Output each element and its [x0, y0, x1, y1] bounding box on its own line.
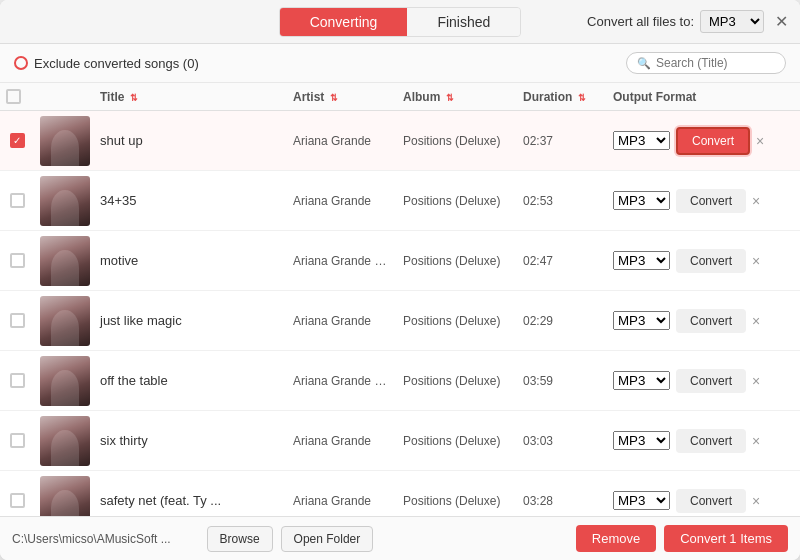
- row-album: Positions (Deluxe): [397, 374, 517, 388]
- row-format-select[interactable]: MP3AACFLACWAVM4A: [613, 371, 670, 390]
- header-duration-col[interactable]: Duration ⇅: [517, 90, 607, 104]
- row-check-col: [0, 133, 34, 148]
- header-album-col[interactable]: Album ⇅: [397, 90, 517, 104]
- row-delete-button[interactable]: ×: [752, 314, 760, 328]
- row-delete-button[interactable]: ×: [756, 134, 764, 148]
- row-delete-button[interactable]: ×: [752, 254, 760, 268]
- row-convert-button[interactable]: Convert: [676, 249, 746, 273]
- header-artist-col[interactable]: Artist ⇅: [287, 90, 397, 104]
- header-artist-label: Artist: [293, 90, 324, 104]
- row-convert-button[interactable]: Convert: [676, 309, 746, 333]
- search-input[interactable]: [656, 56, 776, 70]
- row-action-area: MP3AACFLACWAVM4AConvert×: [607, 489, 800, 513]
- row-artist: Ariana Grande: [287, 434, 397, 448]
- header-title-col[interactable]: Title ⇅: [94, 90, 287, 104]
- row-format-select[interactable]: MP3AACFLACWAVM4A: [613, 431, 670, 450]
- row-convert-button[interactable]: Convert: [676, 127, 750, 155]
- header-checkbox[interactable]: [6, 89, 21, 104]
- header-output-format-col: Output Format: [607, 90, 800, 104]
- exclude-circle-icon: [14, 56, 28, 70]
- row-checkbox[interactable]: [10, 193, 25, 208]
- table-row: just like magicAriana GrandePositions (D…: [0, 291, 800, 351]
- convert-all-label: Convert all files to:: [587, 14, 694, 29]
- row-title: six thirty: [94, 433, 287, 448]
- row-album: Positions (Deluxe): [397, 434, 517, 448]
- header-duration-label: Duration: [523, 90, 572, 104]
- row-delete-button[interactable]: ×: [752, 434, 760, 448]
- row-thumb: [34, 476, 94, 517]
- row-album: Positions (Deluxe): [397, 494, 517, 508]
- open-folder-button[interactable]: Open Folder: [281, 526, 374, 552]
- row-checkbox[interactable]: [10, 253, 25, 268]
- row-format-select[interactable]: MP3AACFLACWAVM4A: [613, 251, 670, 270]
- row-duration: 03:28: [517, 494, 607, 508]
- table-header: Title ⇅ Artist ⇅ Album ⇅ Duration ⇅ Outp…: [0, 83, 800, 111]
- row-format-select[interactable]: MP3AACFLACWAVM4A: [613, 191, 670, 210]
- row-thumb: [34, 236, 94, 286]
- row-convert-button[interactable]: Convert: [676, 429, 746, 453]
- row-checkbox[interactable]: [10, 133, 25, 148]
- row-delete-button[interactable]: ×: [752, 374, 760, 388]
- row-artist: Ariana Grande: [287, 494, 397, 508]
- row-duration: 02:37: [517, 134, 607, 148]
- row-title: off the table: [94, 373, 287, 388]
- toolbar: Exclude converted songs (0) 🔍: [0, 44, 800, 83]
- tab-group: Converting Finished: [279, 7, 522, 37]
- row-checkbox[interactable]: [10, 433, 25, 448]
- row-thumb: [34, 296, 94, 346]
- row-convert-button[interactable]: Convert: [676, 189, 746, 213]
- row-thumb: [34, 116, 94, 166]
- row-artist: Ariana Grande & ...: [287, 374, 397, 388]
- tab-finished[interactable]: Finished: [407, 8, 520, 36]
- row-convert-button[interactable]: Convert: [676, 489, 746, 513]
- row-title: just like magic: [94, 313, 287, 328]
- exclude-area: Exclude converted songs (0): [14, 56, 199, 71]
- table-row: shut upAriana GrandePositions (Deluxe)02…: [0, 111, 800, 171]
- row-check-col: [0, 493, 34, 508]
- row-duration: 03:03: [517, 434, 607, 448]
- row-thumb: [34, 356, 94, 406]
- row-duration: 02:47: [517, 254, 607, 268]
- search-box[interactable]: 🔍: [626, 52, 786, 74]
- row-title: motive: [94, 253, 287, 268]
- row-duration: 02:53: [517, 194, 607, 208]
- row-album: Positions (Deluxe): [397, 194, 517, 208]
- row-check-col: [0, 433, 34, 448]
- row-format-select[interactable]: MP3AACFLACWAVM4A: [613, 491, 670, 510]
- bottom-bar: C:\Users\micso\AMusicSoft ... Browse Ope…: [0, 516, 800, 560]
- tab-converting[interactable]: Converting: [280, 8, 408, 36]
- convert-all-area: Convert all files to: MP3 AAC FLAC WAV: [587, 10, 764, 33]
- title-bar: Converting Finished Convert all files to…: [0, 0, 800, 44]
- table-body: shut upAriana GrandePositions (Deluxe)02…: [0, 111, 800, 516]
- row-album: Positions (Deluxe): [397, 134, 517, 148]
- convert-items-button[interactable]: Convert 1 Items: [664, 525, 788, 552]
- browse-button[interactable]: Browse: [207, 526, 273, 552]
- row-action-area: MP3AACFLACWAVM4AConvert×: [607, 309, 800, 333]
- row-checkbox[interactable]: [10, 493, 25, 508]
- row-check-col: [0, 193, 34, 208]
- row-artist: Ariana Grande: [287, 194, 397, 208]
- close-button[interactable]: ✕: [775, 14, 788, 30]
- row-format-select[interactable]: MP3AACFLACWAVM4A: [613, 131, 670, 150]
- row-checkbox[interactable]: [10, 373, 25, 388]
- row-title: 34+35: [94, 193, 287, 208]
- header-output-format-label: Output Format: [613, 90, 696, 104]
- row-thumb: [34, 416, 94, 466]
- remove-button[interactable]: Remove: [576, 525, 656, 552]
- album-sort-icon: ⇅: [446, 93, 454, 103]
- row-artist: Ariana Grande: [287, 314, 397, 328]
- row-delete-button[interactable]: ×: [752, 194, 760, 208]
- duration-sort-icon: ⇅: [578, 93, 586, 103]
- row-delete-button[interactable]: ×: [752, 494, 760, 508]
- row-album: Positions (Deluxe): [397, 254, 517, 268]
- convert-all-format-select[interactable]: MP3 AAC FLAC WAV: [700, 10, 764, 33]
- table-row: 34+35Ariana GrandePositions (Deluxe)02:5…: [0, 171, 800, 231]
- row-check-col: [0, 313, 34, 328]
- row-album: Positions (Deluxe): [397, 314, 517, 328]
- row-action-area: MP3AACFLACWAVM4AConvert×: [607, 429, 800, 453]
- row-format-select[interactable]: MP3AACFLACWAVM4A: [613, 311, 670, 330]
- header-album-label: Album: [403, 90, 440, 104]
- row-convert-button[interactable]: Convert: [676, 369, 746, 393]
- row-checkbox[interactable]: [10, 313, 25, 328]
- row-thumb: [34, 176, 94, 226]
